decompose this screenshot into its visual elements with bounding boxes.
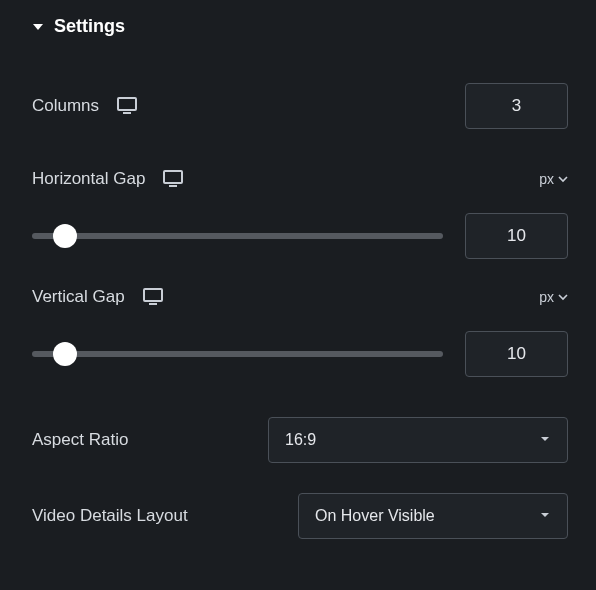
hgap-unit-label: px (539, 171, 554, 187)
hgap-slider[interactable] (32, 228, 443, 244)
svg-rect-2 (164, 171, 182, 183)
slider-thumb[interactable] (53, 342, 77, 366)
vgap-label: Vertical Gap (32, 287, 125, 307)
columns-input[interactable] (465, 83, 568, 129)
chevron-down-icon (558, 174, 568, 184)
section-title: Settings (54, 16, 125, 37)
columns-label: Columns (32, 96, 99, 116)
vgap-unit-label: px (539, 289, 554, 305)
section-header[interactable]: Settings (32, 16, 568, 37)
svg-rect-3 (169, 185, 177, 187)
aspect-ratio-value: 16:9 (285, 431, 316, 449)
vgap-unit-select[interactable]: px (539, 289, 568, 305)
aspect-ratio-select[interactable]: 16:9 (268, 417, 568, 463)
hgap-unit-select[interactable]: px (539, 171, 568, 187)
svg-rect-5 (149, 303, 157, 305)
video-details-row: Video Details Layout On Hover Visible (32, 493, 568, 539)
desktop-icon[interactable] (163, 170, 183, 188)
aspect-ratio-row: Aspect Ratio 16:9 (32, 417, 568, 463)
aspect-ratio-label: Aspect Ratio (32, 430, 128, 450)
chevron-down-icon (558, 292, 568, 302)
horizontal-gap-row: Horizontal Gap px (32, 169, 568, 259)
slider-track (32, 351, 443, 357)
vgap-input[interactable] (465, 331, 568, 377)
vgap-slider[interactable] (32, 346, 443, 362)
hgap-label: Horizontal Gap (32, 169, 145, 189)
svg-rect-4 (144, 289, 162, 301)
svg-rect-0 (118, 98, 136, 110)
slider-track (32, 233, 443, 239)
desktop-icon[interactable] (117, 97, 137, 115)
video-details-label: Video Details Layout (32, 506, 188, 526)
svg-rect-1 (123, 112, 131, 114)
video-details-value: On Hover Visible (315, 507, 435, 525)
slider-thumb[interactable] (53, 224, 77, 248)
video-details-select[interactable]: On Hover Visible (298, 493, 568, 539)
columns-row: Columns (32, 83, 568, 129)
caret-down-icon (539, 431, 551, 449)
caret-down-icon (32, 21, 44, 33)
desktop-icon[interactable] (143, 288, 163, 306)
hgap-input[interactable] (465, 213, 568, 259)
vertical-gap-row: Vertical Gap px (32, 287, 568, 377)
caret-down-icon (539, 507, 551, 525)
